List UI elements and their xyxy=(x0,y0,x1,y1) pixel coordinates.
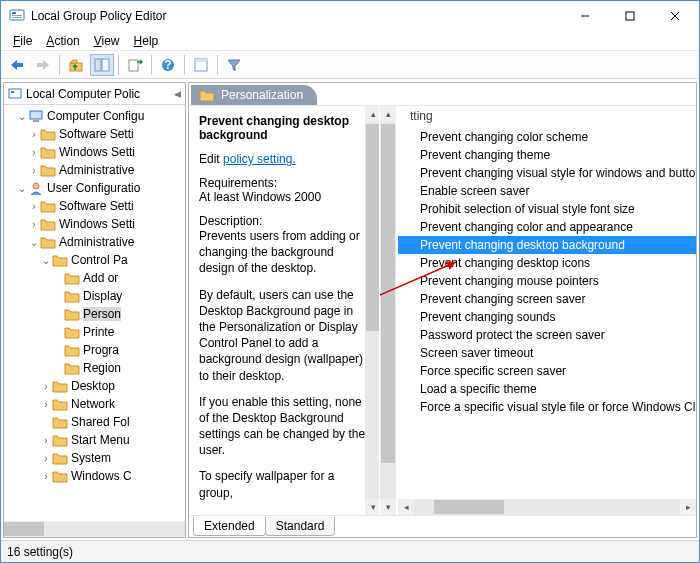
chevron-right-icon[interactable]: › xyxy=(40,381,52,392)
detail-description-pane: Prevent changing desktop background Edit… xyxy=(189,106,379,515)
tree-item[interactable]: Shared Fol xyxy=(4,413,185,431)
app-icon xyxy=(9,8,25,24)
forward-button[interactable] xyxy=(31,54,55,76)
chevron-right-icon[interactable]: › xyxy=(40,435,52,446)
list-item[interactable]: Force a specific visual style file or fo… xyxy=(398,398,696,416)
status-text: 16 setting(s) xyxy=(7,545,73,559)
list-item[interactable]: Prevent changing color scheme xyxy=(398,128,696,146)
tree-item-label: Software Setti xyxy=(59,199,134,213)
tree-item[interactable]: ›Software Setti xyxy=(4,125,185,143)
list-horizontal-scrollbar[interactable]: ◂ ▸ xyxy=(398,499,696,515)
chevron-right-icon[interactable]: › xyxy=(28,147,40,158)
tree-item[interactable]: Progra xyxy=(4,341,185,359)
folder-icon xyxy=(40,217,56,231)
tree-item[interactable]: ›Software Setti xyxy=(4,197,185,215)
tree-body[interactable]: ⌄Computer Configu›Software Setti›Windows… xyxy=(4,105,185,521)
list-item[interactable]: Prohibit selection of visual style font … xyxy=(398,200,696,218)
chevron-down-icon[interactable]: ⌄ xyxy=(16,183,28,194)
chevron-right-icon[interactable]: › xyxy=(40,399,52,410)
menu-help[interactable]: Help xyxy=(128,33,165,49)
tree-item[interactable]: ›Windows Setti xyxy=(4,143,185,161)
tab-extended[interactable]: Extended xyxy=(193,517,266,536)
toolbar-separator xyxy=(118,55,119,75)
tree-item-label: Start Menu xyxy=(71,433,130,447)
list-item[interactable]: Enable screen saver xyxy=(398,182,696,200)
show-tree-button[interactable] xyxy=(90,54,114,76)
list-item[interactable]: Prevent changing visual style for window… xyxy=(398,164,696,182)
menu-view[interactable]: View xyxy=(88,33,126,49)
chevron-up-icon[interactable]: ▴ xyxy=(380,106,396,122)
list-item[interactable]: Prevent changing mouse pointers xyxy=(398,272,696,290)
chevron-right-icon[interactable]: › xyxy=(28,219,40,230)
tree-item[interactable]: ⌄Control Pa xyxy=(4,251,185,269)
up-button[interactable] xyxy=(64,54,88,76)
menu-file[interactable]: File xyxy=(7,33,38,49)
help-button[interactable]: ? xyxy=(156,54,180,76)
chevron-left-icon[interactable]: ◂ xyxy=(398,499,414,515)
edit-policy-link[interactable]: policy setting. xyxy=(223,152,296,166)
tree-header[interactable]: Local Computer Polic ◀ xyxy=(4,83,185,105)
folder-icon xyxy=(40,199,56,213)
tree-item[interactable]: Printe xyxy=(4,323,185,341)
description-block: Description: Prevents users from adding … xyxy=(199,214,371,501)
chevron-down-icon[interactable]: ▾ xyxy=(365,499,379,515)
chevron-right-icon[interactable]: › xyxy=(40,471,52,482)
toolbar: ? xyxy=(1,51,699,79)
export-button[interactable] xyxy=(123,54,147,76)
tree-item[interactable]: ⌄Administrative xyxy=(4,233,185,251)
tree-item[interactable]: Person xyxy=(4,305,185,323)
svg-rect-13 xyxy=(129,60,138,71)
menu-action[interactable]: Action xyxy=(40,33,85,49)
statusbar: 16 setting(s) xyxy=(1,540,699,562)
tree-item[interactable]: ›Windows Setti xyxy=(4,215,185,233)
chevron-down-icon[interactable]: ⌄ xyxy=(28,237,40,248)
chevron-right-icon[interactable]: › xyxy=(28,165,40,176)
back-button[interactable] xyxy=(5,54,29,76)
description-vertical-scrollbar[interactable]: ▴ ▾ xyxy=(365,106,379,515)
list-column-header[interactable]: tting xyxy=(398,106,696,126)
tab-standard[interactable]: Standard xyxy=(265,517,336,536)
list-item[interactable]: Force specific screen saver xyxy=(398,362,696,380)
list-vertical-scrollbar[interactable]: ▴ ▾ xyxy=(380,106,396,515)
tree-item[interactable]: ›Administrative xyxy=(4,161,185,179)
tree-item[interactable]: ›Start Menu xyxy=(4,431,185,449)
list-item[interactable]: Prevent changing desktop background xyxy=(398,236,696,254)
list-item[interactable]: Prevent changing color and appearance xyxy=(398,218,696,236)
tree-item[interactable]: Display xyxy=(4,287,185,305)
chevron-right-icon[interactable]: ▸ xyxy=(680,499,696,515)
tree-item[interactable]: Add or xyxy=(4,269,185,287)
chevron-down-icon[interactable]: ⌄ xyxy=(40,255,52,266)
chevron-right-icon[interactable]: › xyxy=(28,201,40,212)
list-item[interactable]: Password protect the screen saver xyxy=(398,326,696,344)
tree-item[interactable]: Region xyxy=(4,359,185,377)
tree-item-label: Windows Setti xyxy=(59,217,135,231)
list-item[interactable]: Screen saver timeout xyxy=(398,344,696,362)
tree-item[interactable]: ›Desktop xyxy=(4,377,185,395)
folder-icon xyxy=(199,88,215,102)
tree-item[interactable]: ⌄Computer Configu xyxy=(4,107,185,125)
tree-item[interactable]: ⌄User Configuratio xyxy=(4,179,185,197)
chevron-down-icon[interactable]: ▾ xyxy=(380,499,396,515)
chevron-up-icon[interactable]: ▴ xyxy=(365,106,379,122)
minimize-button[interactable] xyxy=(562,1,607,31)
maximize-button[interactable] xyxy=(607,1,652,31)
tree-item[interactable]: ›System xyxy=(4,449,185,467)
tree-horizontal-scrollbar[interactable] xyxy=(4,521,185,537)
filter-button[interactable] xyxy=(222,54,246,76)
list-item[interactable]: Prevent changing sounds xyxy=(398,308,696,326)
list-item[interactable]: Prevent changing screen saver xyxy=(398,290,696,308)
list-item[interactable]: Prevent changing desktop icons xyxy=(398,254,696,272)
list-body[interactable]: Prevent changing color schemePrevent cha… xyxy=(398,126,696,418)
chevron-right-icon[interactable]: › xyxy=(28,129,40,140)
chevron-right-icon[interactable]: › xyxy=(40,453,52,464)
folder-icon xyxy=(52,253,68,267)
tree-item[interactable]: ›Network xyxy=(4,395,185,413)
chevron-down-icon[interactable]: ⌄ xyxy=(16,111,28,122)
properties-button[interactable] xyxy=(189,54,213,76)
tree-pane: Local Computer Polic ◀ ⌄Computer Configu… xyxy=(3,82,186,538)
svg-rect-11 xyxy=(95,59,101,71)
tree-item[interactable]: ›Windows C xyxy=(4,467,185,485)
list-item[interactable]: Load a specific theme xyxy=(398,380,696,398)
close-button[interactable] xyxy=(652,1,697,31)
list-item[interactable]: Prevent changing theme xyxy=(398,146,696,164)
